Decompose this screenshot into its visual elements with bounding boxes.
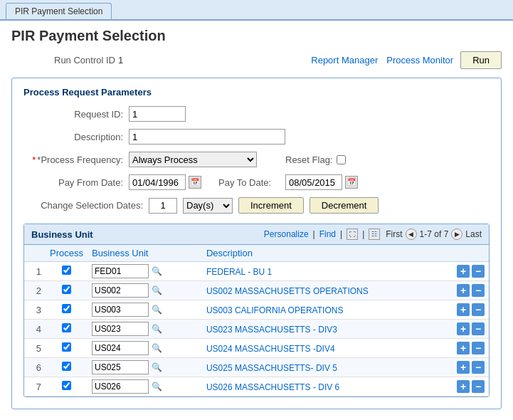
add-row-button[interactable]: +	[457, 380, 470, 393]
col-header-actions	[453, 245, 489, 262]
run-control-label: Run Control ID	[54, 55, 115, 65]
reset-flag-checkbox[interactable]	[337, 155, 346, 164]
next-page-btn[interactable]: ▶	[451, 229, 462, 240]
action-cell: + −	[453, 262, 489, 281]
table-row: 3 🔍 US003 CALIFORNIA OPERATIONS + −	[24, 300, 489, 320]
grid-icon[interactable]: ☷	[369, 229, 380, 240]
pay-to-date-input[interactable]	[285, 174, 342, 190]
desc-cell: US002 MASSACHUSETTS OPERATIONS	[202, 281, 453, 300]
pay-from-date-label: Pay From Date:	[23, 177, 123, 188]
change-sel-days-input[interactable]	[149, 198, 177, 214]
process-checkbox[interactable]	[62, 285, 71, 294]
change-sel-unit-select[interactable]: Day(s) Week(s) Month(s)	[183, 198, 233, 214]
desc-cell: US003 CALIFORNIA OPERATIONS	[202, 300, 453, 320]
process-checkbox[interactable]	[62, 304, 71, 313]
reset-flag-label: Reset Flag:	[285, 154, 332, 165]
request-id-input[interactable]	[129, 106, 186, 122]
process-checkbox[interactable]	[62, 323, 71, 332]
col-header-process-label: Process	[46, 245, 88, 262]
bu-cell: 🔍	[88, 377, 202, 397]
table-section-title: Business Unit	[31, 229, 264, 240]
pay-from-date-input[interactable]	[129, 174, 186, 190]
remove-row-button[interactable]: −	[472, 361, 485, 374]
desc-cell: US026 MASSACHUSETTS - DIV 6	[202, 377, 453, 397]
description-input[interactable]	[129, 129, 285, 145]
bu-search-icon[interactable]: 🔍	[152, 266, 162, 276]
desc-text: US002 MASSACHUSETTS OPERATIONS	[206, 286, 369, 296]
bu-input[interactable]	[92, 303, 149, 317]
remove-row-button[interactable]: −	[472, 322, 485, 335]
desc-text: US026 MASSACHUSETTS - DIV 6	[206, 382, 339, 392]
bu-search-icon[interactable]: 🔍	[152, 382, 162, 392]
remove-row-button[interactable]: −	[472, 284, 485, 297]
desc-text: FEDERAL - BU 1	[206, 267, 272, 277]
bu-input[interactable]	[92, 322, 149, 336]
process-freq-select[interactable]: Always Process Once Always	[129, 152, 257, 167]
run-button[interactable]: Run	[460, 51, 502, 69]
remove-row-button[interactable]: −	[472, 380, 485, 393]
add-row-button[interactable]: +	[457, 303, 470, 316]
desc-cell: US024 MASSACHUSETTS -DIV4	[202, 339, 453, 358]
remove-row-button[interactable]: −	[472, 265, 485, 278]
bu-search-icon[interactable]: 🔍	[152, 305, 162, 315]
action-cell: + −	[453, 339, 489, 358]
table-row: 5 🔍 US024 MASSACHUSETTS -DIV4 + −	[24, 339, 489, 358]
business-unit-table: Process Business Unit Description 1 🔍 FE…	[24, 245, 489, 397]
bu-input[interactable]	[92, 264, 149, 278]
bu-search-icon[interactable]: 🔍	[152, 324, 162, 334]
table-row: 6 🔍 US025 MASSACHUSETTS- DIV 5 + −	[24, 358, 489, 377]
action-cell: + −	[453, 281, 489, 300]
pay-to-date-label: Pay To Date:	[218, 177, 282, 188]
bu-cell: 🔍	[88, 339, 202, 358]
add-row-button[interactable]: +	[457, 265, 470, 278]
process-checkbox-cell[interactable]	[46, 339, 88, 358]
add-row-button[interactable]: +	[457, 284, 470, 297]
view-icon[interactable]: ⛶	[347, 229, 358, 240]
prev-page-btn[interactable]: ◀	[406, 229, 417, 240]
bu-search-icon[interactable]: 🔍	[152, 285, 162, 295]
page-title: PIR Payment Selection	[11, 28, 502, 44]
find-link[interactable]: Find	[319, 229, 336, 239]
process-checkbox-cell[interactable]	[46, 377, 88, 397]
pay-from-date-calendar-icon[interactable]: 📅	[189, 176, 201, 189]
bu-cell: 🔍	[88, 358, 202, 377]
action-cell: + −	[453, 300, 489, 320]
last-page-label: Last	[465, 229, 482, 239]
bu-input[interactable]	[92, 283, 149, 298]
process-monitor-link[interactable]: Process Monitor	[386, 55, 453, 65]
personalize-link[interactable]: Personalize	[264, 229, 309, 239]
process-checkbox-cell[interactable]	[46, 320, 88, 339]
row-number: 7	[24, 377, 46, 397]
process-checkbox[interactable]	[62, 381, 71, 390]
process-checkbox[interactable]	[62, 342, 71, 352]
process-checkbox-cell[interactable]	[46, 262, 88, 281]
desc-text: US025 MASSACHUSETTS- DIV 5	[206, 363, 337, 373]
desc-text: US023 MASSACHUSETTS - DIV3	[206, 325, 337, 335]
bu-input[interactable]	[92, 341, 149, 355]
desc-text: US024 MASSACHUSETTS -DIV4	[206, 344, 335, 354]
process-checkbox[interactable]	[62, 266, 71, 275]
table-row: 2 🔍 US002 MASSACHUSETTS OPERATIONS + −	[24, 281, 489, 300]
process-checkbox[interactable]	[62, 362, 71, 371]
add-row-button[interactable]: +	[457, 342, 470, 355]
pay-to-date-calendar-icon[interactable]: 📅	[345, 176, 358, 189]
bu-input[interactable]	[92, 360, 149, 374]
increment-button[interactable]: Increment	[238, 197, 304, 214]
action-cell: + −	[453, 320, 489, 339]
page-tab[interactable]: PIR Payment Selection	[6, 3, 112, 19]
bu-cell: 🔍	[88, 281, 202, 300]
process-checkbox-cell[interactable]	[46, 281, 88, 300]
report-manager-link[interactable]: Report Manager	[311, 55, 378, 65]
bu-search-icon[interactable]: 🔍	[152, 343, 162, 353]
process-checkbox-cell[interactable]	[46, 300, 88, 320]
run-control-id: 1	[118, 55, 123, 65]
desc-cell: US025 MASSACHUSETTS- DIV 5	[202, 358, 453, 377]
bu-input[interactable]	[92, 379, 149, 394]
process-checkbox-cell[interactable]	[46, 358, 88, 377]
remove-row-button[interactable]: −	[472, 342, 485, 355]
bu-search-icon[interactable]: 🔍	[152, 362, 162, 372]
decrement-button[interactable]: Decrement	[310, 197, 379, 214]
add-row-button[interactable]: +	[457, 322, 470, 335]
remove-row-button[interactable]: −	[472, 303, 485, 316]
add-row-button[interactable]: +	[457, 361, 470, 374]
